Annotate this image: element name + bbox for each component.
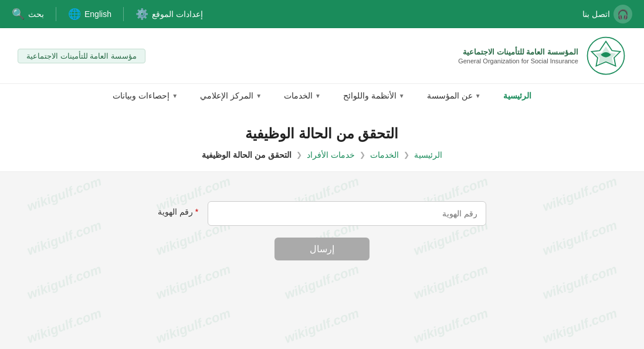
nav-item-home[interactable]: الرئيسية (501, 84, 534, 110)
nav-media-label: المركز الإعلامي (200, 91, 253, 100)
chevron-icon5: ▼ (172, 93, 178, 99)
contact-label: اتصل بنا (582, 9, 610, 19)
breadcrumb-sep2: ❮ (360, 151, 365, 159)
form-row-id: * رقم الهوية (158, 201, 486, 226)
breadcrumb-home[interactable]: الرئيسية (414, 150, 442, 160)
nav-stats-label: إحصاءات وبيانات (113, 91, 170, 100)
nav-item-services[interactable]: ▼ الخدمات (282, 84, 323, 110)
breadcrumb-sep3: ❮ (296, 151, 302, 159)
nav-about-label: عن المؤسسة (427, 91, 473, 100)
chevron-icon4: ▼ (256, 93, 262, 99)
breadcrumb-current: التحقق من الحالة الوظيفية (202, 150, 292, 160)
logo-english-name: General Organization for Social Insuranc… (458, 57, 578, 65)
breadcrumb-individual[interactable]: خدمات الأفراد (307, 150, 355, 160)
chevron-icon: ▼ (475, 93, 481, 99)
breadcrumb-sep1: ❮ (404, 151, 409, 159)
nav-item-about[interactable]: ▼ عن المؤسسة (425, 84, 483, 110)
id-label: * رقم الهوية (158, 207, 198, 216)
nav-item-media[interactable]: ▼ المركز الإعلامي (198, 84, 264, 110)
main-header: المؤسسة العامة للتأمينات الاجتماعية Gene… (0, 28, 644, 83)
search-label: بحث (28, 9, 44, 19)
breadcrumb-top-badge: مؤسسة العامة للتأمينات الاجتماعية (18, 49, 145, 63)
top-bar: 🎧 اتصل بنا إعدادات الموقع ⚙️ English 🌐 ب… (0, 0, 644, 28)
submit-row: إرسال (158, 238, 486, 260)
page-title: التحقق من الحالة الوظيفية (12, 126, 632, 142)
settings-item[interactable]: إعدادات الموقع ⚙️ (135, 8, 203, 21)
main-nav: الرئيسية ▼ عن المؤسسة ▼ الأنظمة واللوائح… (0, 83, 644, 109)
logo-svg (585, 35, 626, 76)
globe-icon: 🌐 (68, 8, 81, 21)
page-hero: التحقق من الحالة الوظيفية الرئيسية ❮ الخ… (0, 109, 644, 172)
nav-services-label: الخدمات (284, 91, 313, 100)
nav-item-stats[interactable]: ▼ إحصاءات وبيانات (110, 84, 180, 110)
id-number-input[interactable] (208, 201, 486, 226)
logo-arabic-name: المؤسسة العامة للتأمينات الاجتماعية (458, 47, 578, 57)
logo-area: المؤسسة العامة للتأمينات الاجتماعية Gene… (458, 35, 626, 76)
settings-label: إعدادات الموقع (152, 9, 203, 19)
required-star: * (195, 207, 198, 216)
submit-button[interactable]: إرسال (274, 238, 370, 260)
contact-us[interactable]: 🎧 اتصل بنا (582, 5, 632, 23)
nav-home-label: الرئيسية (503, 91, 531, 100)
nav-item-regulations[interactable]: ▼ الأنظمة واللوائح (341, 84, 407, 110)
logo-text: المؤسسة العامة للتأمينات الاجتماعية Gene… (458, 47, 578, 65)
gear-icon: ⚙️ (135, 8, 148, 21)
language-item[interactable]: English 🌐 (68, 8, 111, 21)
search-icon: 🔍 (12, 8, 25, 21)
chevron-icon3: ▼ (315, 93, 321, 99)
nav-regulations-label: الأنظمة واللوائح (343, 91, 396, 100)
english-label: English (84, 9, 111, 19)
top-bar-actions: إعدادات الموقع ⚙️ English 🌐 بحث 🔍 (12, 7, 203, 21)
breadcrumb: الرئيسية ❮ الخدمات ❮ خدمات الأفراد ❮ الت… (12, 150, 632, 160)
form-wrapper: * رقم الهوية إرسال (158, 201, 486, 260)
content-area: wikigulf.comwikigulf.comwikigulf.comwiki… (0, 172, 644, 348)
search-item[interactable]: بحث 🔍 (12, 8, 44, 21)
divider2 (56, 7, 56, 21)
form-group-id (208, 201, 486, 226)
id-label-group: * رقم الهوية (158, 201, 198, 221)
headphone-icon: 🎧 (614, 5, 632, 23)
divider (123, 7, 124, 21)
breadcrumb-services[interactable]: الخدمات (370, 150, 399, 160)
chevron-icon2: ▼ (399, 93, 405, 99)
